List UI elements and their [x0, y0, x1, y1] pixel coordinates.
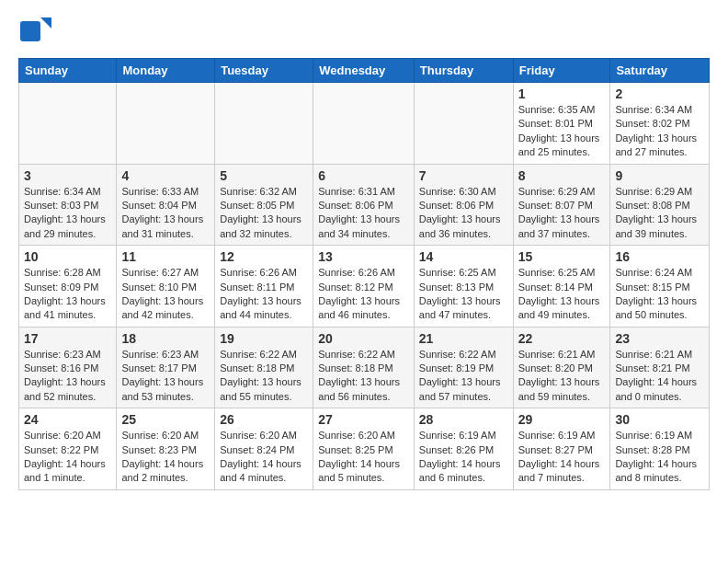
day-info: Sunrise: 6:27 AMSunset: 8:10 PMDaylight:…	[121, 266, 210, 323]
week-row-1: 3Sunrise: 6:34 AMSunset: 8:03 PMDaylight…	[19, 164, 710, 246]
week-row-3: 17Sunrise: 6:23 AMSunset: 8:16 PMDayligh…	[19, 327, 710, 408]
week-row-4: 24Sunrise: 6:20 AMSunset: 8:22 PMDayligh…	[19, 408, 710, 490]
col-header-wednesday: Wednesday	[313, 59, 415, 83]
day-cell: 8Sunrise: 6:29 AMSunset: 8:07 PMDaylight…	[513, 164, 610, 246]
calendar: SundayMondayTuesdayWednesdayThursdayFrid…	[18, 58, 710, 490]
day-info: Sunrise: 6:26 AMSunset: 8:12 PMDaylight:…	[318, 266, 409, 323]
day-cell	[313, 83, 415, 165]
day-cell: 6Sunrise: 6:31 AMSunset: 8:06 PMDaylight…	[313, 164, 415, 246]
day-number: 6	[318, 168, 409, 183]
day-info: Sunrise: 6:29 AMSunset: 8:08 PMDaylight:…	[615, 185, 704, 242]
day-info: Sunrise: 6:19 AMSunset: 8:27 PMDaylight:…	[518, 429, 606, 486]
day-info: Sunrise: 6:26 AMSunset: 8:11 PMDaylight:…	[220, 266, 308, 323]
col-header-monday: Monday	[117, 59, 215, 83]
day-number: 3	[24, 168, 111, 183]
day-cell: 15Sunrise: 6:25 AMSunset: 8:14 PMDayligh…	[513, 246, 610, 327]
day-cell: 4Sunrise: 6:33 AMSunset: 8:04 PMDaylight…	[117, 164, 215, 246]
col-header-friday: Friday	[513, 59, 610, 83]
day-number: 21	[419, 331, 508, 346]
day-cell: 11Sunrise: 6:27 AMSunset: 8:10 PMDayligh…	[117, 246, 215, 327]
day-info: Sunrise: 6:34 AMSunset: 8:02 PMDaylight:…	[615, 103, 704, 160]
day-cell: 14Sunrise: 6:25 AMSunset: 8:13 PMDayligh…	[414, 246, 513, 327]
day-cell: 21Sunrise: 6:22 AMSunset: 8:19 PMDayligh…	[414, 327, 513, 408]
day-info: Sunrise: 6:35 AMSunset: 8:01 PMDaylight:…	[518, 103, 606, 160]
day-number: 8	[518, 168, 606, 183]
day-number: 15	[518, 249, 606, 264]
day-number: 5	[220, 168, 308, 183]
day-cell	[215, 83, 313, 165]
day-number: 19	[220, 331, 308, 346]
day-number: 24	[24, 412, 111, 427]
day-cell: 9Sunrise: 6:29 AMSunset: 8:08 PMDaylight…	[610, 164, 710, 246]
day-number: 29	[518, 412, 606, 427]
day-cell: 28Sunrise: 6:19 AMSunset: 8:26 PMDayligh…	[414, 408, 513, 490]
day-cell: 24Sunrise: 6:20 AMSunset: 8:22 PMDayligh…	[19, 408, 117, 490]
day-number: 30	[615, 412, 704, 427]
day-cell: 26Sunrise: 6:20 AMSunset: 8:24 PMDayligh…	[215, 408, 313, 490]
day-number: 1	[518, 86, 606, 101]
day-info: Sunrise: 6:20 AMSunset: 8:25 PMDaylight:…	[318, 429, 409, 486]
day-info: Sunrise: 6:32 AMSunset: 8:05 PMDaylight:…	[220, 185, 308, 242]
day-cell: 27Sunrise: 6:20 AMSunset: 8:25 PMDayligh…	[313, 408, 415, 490]
day-cell: 10Sunrise: 6:28 AMSunset: 8:09 PMDayligh…	[19, 246, 117, 327]
day-info: Sunrise: 6:21 AMSunset: 8:20 PMDaylight:…	[518, 348, 606, 405]
day-cell: 25Sunrise: 6:20 AMSunset: 8:23 PMDayligh…	[117, 408, 215, 490]
day-cell: 20Sunrise: 6:22 AMSunset: 8:18 PMDayligh…	[313, 327, 415, 408]
day-cell: 17Sunrise: 6:23 AMSunset: 8:16 PMDayligh…	[19, 327, 117, 408]
day-number: 27	[318, 412, 409, 427]
svg-rect-0	[20, 21, 40, 41]
day-cell	[117, 83, 215, 165]
day-info: Sunrise: 6:31 AMSunset: 8:06 PMDaylight:…	[318, 185, 409, 242]
day-info: Sunrise: 6:19 AMSunset: 8:28 PMDaylight:…	[615, 429, 704, 486]
day-info: Sunrise: 6:21 AMSunset: 8:21 PMDaylight:…	[615, 348, 704, 405]
day-cell: 22Sunrise: 6:21 AMSunset: 8:20 PMDayligh…	[513, 327, 610, 408]
day-info: Sunrise: 6:22 AMSunset: 8:18 PMDaylight:…	[318, 348, 409, 405]
day-info: Sunrise: 6:34 AMSunset: 8:03 PMDaylight:…	[24, 185, 111, 242]
day-number: 25	[121, 412, 210, 427]
day-number: 14	[419, 249, 508, 264]
day-info: Sunrise: 6:20 AMSunset: 8:24 PMDaylight:…	[220, 429, 308, 486]
day-info: Sunrise: 6:33 AMSunset: 8:04 PMDaylight:…	[121, 185, 210, 242]
page: SundayMondayTuesdayWednesdayThursdayFrid…	[0, 0, 728, 504]
day-cell: 30Sunrise: 6:19 AMSunset: 8:28 PMDayligh…	[610, 408, 710, 490]
day-info: Sunrise: 6:30 AMSunset: 8:06 PMDaylight:…	[419, 185, 508, 242]
week-row-0: 1Sunrise: 6:35 AMSunset: 8:01 PMDaylight…	[19, 83, 710, 165]
day-info: Sunrise: 6:22 AMSunset: 8:18 PMDaylight:…	[220, 348, 308, 405]
day-number: 12	[220, 249, 308, 264]
col-header-sunday: Sunday	[19, 59, 117, 83]
day-info: Sunrise: 6:29 AMSunset: 8:07 PMDaylight:…	[518, 185, 606, 242]
day-cell: 2Sunrise: 6:34 AMSunset: 8:02 PMDaylight…	[610, 83, 710, 165]
day-number: 22	[518, 331, 606, 346]
day-cell: 5Sunrise: 6:32 AMSunset: 8:05 PMDaylight…	[215, 164, 313, 246]
day-cell: 1Sunrise: 6:35 AMSunset: 8:01 PMDaylight…	[513, 83, 610, 165]
day-number: 16	[615, 249, 704, 264]
day-number: 2	[615, 86, 704, 101]
day-cell: 16Sunrise: 6:24 AMSunset: 8:15 PMDayligh…	[610, 246, 710, 327]
day-number: 7	[419, 168, 508, 183]
day-info: Sunrise: 6:25 AMSunset: 8:13 PMDaylight:…	[419, 266, 508, 323]
day-number: 20	[318, 331, 409, 346]
day-number: 10	[24, 249, 111, 264]
col-header-thursday: Thursday	[414, 59, 513, 83]
day-info: Sunrise: 6:28 AMSunset: 8:09 PMDaylight:…	[24, 266, 111, 323]
day-number: 28	[419, 412, 508, 427]
col-header-saturday: Saturday	[610, 59, 710, 83]
day-cell: 23Sunrise: 6:21 AMSunset: 8:21 PMDayligh…	[610, 327, 710, 408]
day-info: Sunrise: 6:23 AMSunset: 8:17 PMDaylight:…	[121, 348, 210, 405]
day-info: Sunrise: 6:25 AMSunset: 8:14 PMDaylight:…	[518, 266, 606, 323]
day-number: 9	[615, 168, 704, 183]
header	[18, 14, 710, 47]
week-row-2: 10Sunrise: 6:28 AMSunset: 8:09 PMDayligh…	[19, 246, 710, 327]
day-number: 11	[121, 249, 210, 264]
day-cell: 18Sunrise: 6:23 AMSunset: 8:17 PMDayligh…	[117, 327, 215, 408]
svg-marker-1	[40, 17, 51, 29]
day-number: 13	[318, 249, 409, 264]
logo-icon	[18, 14, 51, 47]
day-number: 23	[615, 331, 704, 346]
day-info: Sunrise: 6:23 AMSunset: 8:16 PMDaylight:…	[24, 348, 111, 405]
day-cell	[19, 83, 117, 165]
day-info: Sunrise: 6:20 AMSunset: 8:23 PMDaylight:…	[121, 429, 210, 486]
day-info: Sunrise: 6:20 AMSunset: 8:22 PMDaylight:…	[24, 429, 111, 486]
day-info: Sunrise: 6:22 AMSunset: 8:19 PMDaylight:…	[419, 348, 508, 405]
col-header-tuesday: Tuesday	[215, 59, 313, 83]
